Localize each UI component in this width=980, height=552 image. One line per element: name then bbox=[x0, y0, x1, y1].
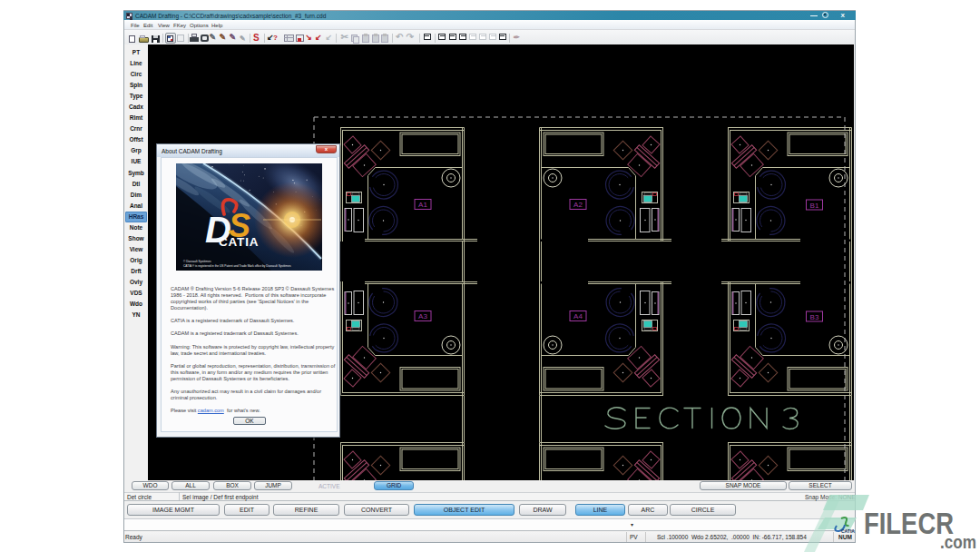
svg-text:CATIA: CATIA bbox=[219, 235, 259, 249]
svg-text:A3: A3 bbox=[418, 312, 427, 320]
svg-text:.com: .com bbox=[940, 531, 976, 552]
svg-text:A4: A4 bbox=[573, 312, 583, 320]
svg-text:B3: B3 bbox=[810, 313, 819, 321]
svg-text:A2: A2 bbox=[573, 201, 583, 209]
svg-text:CATIA ® is registered in the U: CATIA ® is registered in the US Patent a… bbox=[183, 264, 291, 268]
svg-text:© Dassault Systèmes: © Dassault Systèmes bbox=[183, 260, 211, 263]
svg-text:B1: B1 bbox=[810, 202, 819, 210]
svg-text:FILECR: FILECR bbox=[864, 507, 954, 540]
svg-text:A1: A1 bbox=[418, 201, 427, 209]
